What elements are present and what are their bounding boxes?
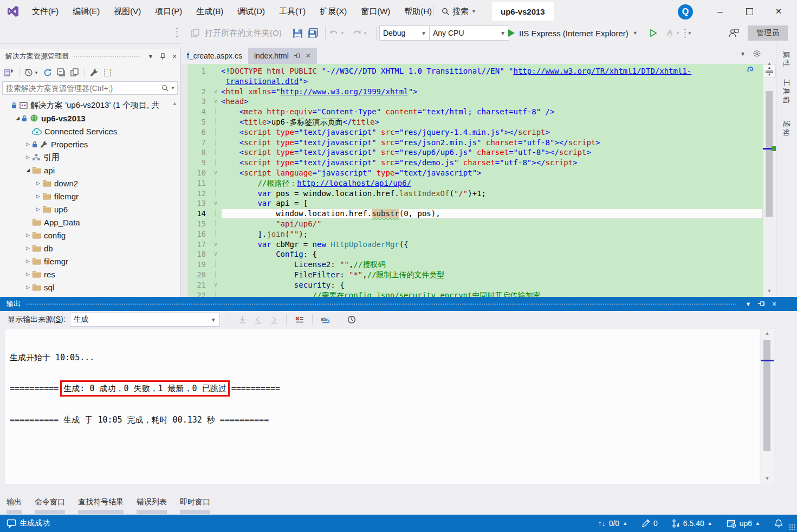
- git-branch-status[interactable]: 6.5.40 ▲: [672, 519, 712, 528]
- menu-item-6[interactable]: 工具(T): [272, 0, 313, 23]
- hot-reload-button[interactable]: ▼: [665, 23, 680, 43]
- code-editor[interactable]: 1<!DOCTYPE html PUBLIC "-//W3C//DTD XHTM…: [181, 64, 763, 297]
- solution-search-box[interactable]: ▼: [2, 81, 178, 95]
- code-line-11[interactable]: 11│ //根路径：http://localhost/api/up6/: [187, 178, 763, 189]
- code-line-8[interactable]: 8│ <script type="text/javascript" src="r…: [187, 147, 763, 158]
- scroll-up-arrow-icon[interactable]: ▲: [761, 330, 774, 336]
- bottom-tab-1[interactable]: 命令窗口: [35, 497, 65, 514]
- output-log[interactable]: 生成开始于 10:05... ========== 生成: 0 成功，0 失败，…: [5, 329, 760, 484]
- tree-item-down2[interactable]: ▷down2: [0, 177, 177, 190]
- code-line-12[interactable]: 12│ var pos = window.location.href.lastI…: [187, 189, 763, 199]
- tree-item-connected-services[interactable]: Connected Services: [0, 125, 177, 138]
- code-line-19[interactable]: 19│ License2: "",//授权码: [187, 259, 763, 270]
- toolbar-overflow-button[interactable]: ▼: [684, 23, 692, 43]
- bottom-tab-3[interactable]: 错误列表: [137, 497, 167, 514]
- resize-grip[interactable]: [789, 524, 795, 530]
- send-feedback-icon[interactable]: [728, 23, 739, 43]
- output-source-dropdown[interactable]: 生成▼: [70, 313, 220, 327]
- notifications-bell-icon[interactable]: [774, 519, 783, 528]
- menu-item-4[interactable]: 生成(B): [189, 0, 230, 23]
- fold-collapse-icon[interactable]: ∨: [210, 87, 221, 97]
- menu-item-9[interactable]: 帮助(H): [397, 0, 439, 23]
- editor-scrollbar-thumb[interactable]: [766, 91, 773, 217]
- run-without-debug-button[interactable]: [649, 23, 658, 43]
- fold-collapse-icon[interactable]: ∨: [210, 249, 221, 259]
- scroll-down-arrow-icon[interactable]: ▼: [763, 288, 776, 294]
- code-line-15[interactable]: 15│ "api/up6/": [187, 219, 763, 229]
- code-line-16[interactable]: 16│ ].join("");: [187, 229, 763, 239]
- redo-button[interactable]: ▼: [352, 23, 367, 43]
- hot-reload-caret-icon[interactable]: ▼: [676, 31, 680, 36]
- tree-item-up6[interactable]: ▷up6: [0, 203, 177, 216]
- show-all-files-icon[interactable]: [103, 68, 112, 77]
- expander-collapsed-icon[interactable]: ▷: [34, 180, 42, 186]
- output-title-bar[interactable]: 输出 ▼ ✕: [0, 297, 797, 311]
- tree-item-filemgr[interactable]: ▷filemgr: [0, 190, 177, 203]
- undo-caret-icon[interactable]: ▼: [340, 31, 345, 36]
- scroll-down-arrow-icon[interactable]: ▼: [761, 476, 774, 481]
- fold-collapse-icon[interactable]: ∨: [210, 198, 221, 209]
- clear-all-icon[interactable]: [295, 316, 304, 324]
- run-caret-icon[interactable]: ▼: [633, 30, 638, 36]
- close-panel-icon[interactable]: ✕: [768, 301, 781, 308]
- bottom-tab-4[interactable]: 即时窗口: [180, 497, 210, 514]
- code-line-2[interactable]: 2∨<html xmlns="http://www.w3.org/1999/xh…: [187, 87, 763, 97]
- build-status[interactable]: 生成成功: [7, 518, 50, 528]
- document-tab-index-html[interactable]: index.html✕: [248, 48, 317, 64]
- expander-collapsed-icon[interactable]: ▷: [24, 258, 32, 264]
- code-line-18[interactable]: 18∨ Config: {: [187, 249, 763, 259]
- code-line-20[interactable]: 20│ FileFilter: "*",//限制上传的文件类型: [187, 270, 763, 280]
- expander-collapsed-icon[interactable]: ▷: [24, 284, 32, 290]
- expander-expanded-icon[interactable]: ◢: [24, 167, 32, 173]
- editor-options-gear-icon[interactable]: [753, 50, 761, 57]
- menu-item-8[interactable]: 窗口(W): [354, 0, 397, 23]
- code-line-3[interactable]: 3∨<head>: [187, 96, 763, 107]
- active-files-caret-icon[interactable]: ▼: [740, 51, 746, 57]
- sync-with-active-document-icon[interactable]: [70, 68, 80, 77]
- code-line-10[interactable]: 10∨ <script language="javascript" type="…: [187, 168, 763, 178]
- expander-expanded-icon[interactable]: ◢: [14, 115, 22, 121]
- open-containing-folder-button[interactable]: 打开所在的文件夹(O): [205, 23, 282, 43]
- expander-collapsed-icon[interactable]: ▷: [34, 206, 42, 212]
- next-message-icon[interactable]: [270, 316, 278, 324]
- tree-item-sql[interactable]: ▷sql: [0, 281, 177, 294]
- goto-message-icon[interactable]: [238, 316, 247, 324]
- expander-collapsed-icon[interactable]: ▷: [24, 154, 32, 160]
- menu-item-7[interactable]: 扩展(X): [313, 0, 354, 23]
- code-line-17[interactable]: 17∨ var cbMgr = new HttpUploaderMgr({: [187, 239, 763, 250]
- side-tab-1[interactable]: 工具箱: [781, 79, 791, 105]
- run-button[interactable]: IIS Express (Internet Explorer) ▼: [508, 23, 638, 43]
- pin-tab-icon[interactable]: [294, 53, 301, 59]
- side-tab-0[interactable]: 属性: [781, 51, 791, 68]
- breakpoint-margin[interactable]: [181, 64, 187, 297]
- code-line-5[interactable]: 5│ <title>up6-多标签演示页面</title>: [187, 117, 763, 127]
- scroll-up-arrow-icon[interactable]: ▲: [763, 61, 776, 66]
- save-all-button[interactable]: [308, 23, 318, 43]
- collapse-all-icon[interactable]: [57, 68, 66, 77]
- tree-item--[interactable]: ▷引用: [0, 151, 177, 164]
- code-line-13[interactable]: 13∨ var api = [: [187, 198, 763, 209]
- switch-views-icon[interactable]: [4, 68, 14, 77]
- tree-item-app-data[interactable]: App_Data: [0, 216, 177, 229]
- window-position-caret-icon[interactable]: ▼: [742, 301, 755, 307]
- tree-item--up6-vs2013-1-[interactable]: 解决方案 'up6-vs2013' (1 个项目, 共: [0, 99, 177, 112]
- tree-item-filemgr[interactable]: ▷filemgr: [0, 255, 177, 268]
- code-line-21[interactable]: 21∨ security: {: [187, 280, 763, 290]
- tree-item-res[interactable]: ▷res: [0, 268, 177, 281]
- undo-button[interactable]: ▼: [329, 23, 345, 43]
- code-line-22[interactable]: 22│ //需要在config.json/security.encrypt中同时…: [187, 290, 763, 297]
- solution-search-input[interactable]: [3, 84, 161, 93]
- pin-icon[interactable]: [755, 301, 768, 307]
- expander-collapsed-icon[interactable]: ▷: [24, 141, 32, 147]
- code-line-4[interactable]: 4│ <meta http-equiv="Content-Type" conte…: [187, 107, 763, 117]
- code-line-7[interactable]: 7│ <script type="text/javascript" src="r…: [187, 138, 763, 148]
- menu-item-3[interactable]: 项目(P): [148, 0, 189, 23]
- solution-explorer-header[interactable]: 解决方案资源管理器 ▼ ✕: [0, 49, 180, 64]
- fold-collapse-icon[interactable]: ∨: [210, 280, 221, 290]
- tree-item-config[interactable]: ▷config: [0, 229, 177, 242]
- tree-item-properties[interactable]: ▷Properties: [0, 138, 177, 151]
- close-panel-icon[interactable]: ✕: [169, 53, 180, 60]
- code-line-14[interactable]: 14│ window.location.href.substr(0, pos),: [187, 209, 763, 219]
- search-box[interactable]: 搜索 ▼: [442, 0, 476, 23]
- platform-dropdown[interactable]: Any CPU▼: [429, 23, 509, 43]
